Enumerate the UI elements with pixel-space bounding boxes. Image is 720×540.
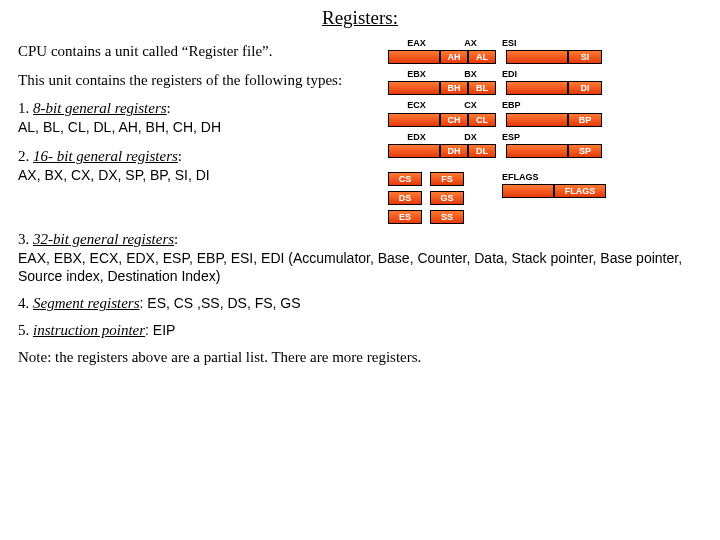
bar-esi-upper <box>506 50 568 64</box>
bar-dh: DH <box>440 144 468 158</box>
bar-di: DI <box>568 81 602 95</box>
lbl-esi: ESI <box>502 38 606 49</box>
section-1-body: AL, BL, CL, DL, AH, BH, CH, DH <box>18 119 221 135</box>
bar-edi-upper <box>506 81 568 95</box>
lbl-ax: AX <box>464 38 477 49</box>
bar-eflags-upper <box>502 184 554 198</box>
bar-si: SI <box>568 50 602 64</box>
reg-row-esi: ESI SI <box>502 38 606 64</box>
lbl-esp: ESP <box>502 132 606 143</box>
bar-ebx-upper <box>388 81 440 95</box>
section-4-body: : ES, CS ,SS, DS, FS, GS <box>140 295 301 311</box>
bar-dl: DL <box>468 144 496 158</box>
lbl-ecx: ECX <box>407 100 426 111</box>
lbl-edi: EDI <box>502 69 606 80</box>
diagram-column: EAXAX AH AL EBXBX BH BL EC <box>378 38 702 224</box>
section-2-body: AX, BX, CX, DX, SP, BP, SI, DI <box>18 167 210 183</box>
diagram-right-col: ESI SI EDI DI EBP BP ESP SP EFLAGS <box>502 38 606 224</box>
section-4: 4. Segment registers: ES, CS ,SS, DS, FS… <box>18 294 702 313</box>
lbl-dx: DX <box>464 132 477 143</box>
bar-esp-upper <box>506 144 568 158</box>
bar-ecx-upper <box>388 113 440 127</box>
seg-row-1: CS FS <box>388 172 496 186</box>
section-3-num: 3. <box>18 231 33 247</box>
top-region: CPU contains a unit called “Register fil… <box>18 38 702 224</box>
lbl-ebx: EBX <box>407 69 426 80</box>
reg-row-ebp: EBP BP <box>502 100 606 126</box>
seg-ds: DS <box>388 191 422 205</box>
intro-1: CPU contains a unit called “Register fil… <box>18 42 378 61</box>
section-3: 3. 32-bit general registers: EAX, EBX, E… <box>18 230 702 286</box>
lbl-bx: BX <box>464 69 477 80</box>
section-2-num: 2. <box>18 148 33 164</box>
bar-flags: FLAGS <box>554 184 606 198</box>
diagram-left-col: EAXAX AH AL EBXBX BH BL EC <box>388 38 496 224</box>
section-2-head: 16- bit general registers <box>33 148 178 164</box>
bar-bp: BP <box>568 113 602 127</box>
bar-ah: AH <box>440 50 468 64</box>
section-2: 2. 16- bit general registers: AX, BX, CX… <box>18 147 378 185</box>
bar-ebp-upper <box>506 113 568 127</box>
section-3-body: EAX, EBX, ECX, EDX, ESP, EBP, ESI, EDI (… <box>18 250 682 285</box>
section-4-num: 4. <box>18 295 33 311</box>
section-3-head: 32-bit general registers <box>33 231 174 247</box>
reg-row-eflags: EFLAGS FLAGS <box>502 172 606 198</box>
bar-bl: BL <box>468 81 496 95</box>
text-column: CPU contains a unit called “Register fil… <box>18 38 378 195</box>
reg-row-ebx: EBXBX BH BL <box>388 69 496 95</box>
seg-ss: SS <box>430 210 464 224</box>
reg-row-ecx: ECXCX CH CL <box>388 100 496 126</box>
bar-edx-upper <box>388 144 440 158</box>
lbl-ebp: EBP <box>502 100 606 111</box>
section-5-num: 5. <box>18 322 33 338</box>
reg-row-eax: EAXAX AH AL <box>388 38 496 64</box>
register-diagram: EAXAX AH AL EBXBX BH BL EC <box>388 38 702 224</box>
bar-cl: CL <box>468 113 496 127</box>
bar-bh: BH <box>440 81 468 95</box>
bar-sp: SP <box>568 144 602 158</box>
lbl-cx: CX <box>464 100 477 111</box>
reg-row-edx: EDXDX DH DL <box>388 132 496 158</box>
section-5-head: instruction pointer <box>33 322 145 338</box>
seg-row-3: ES SS <box>388 210 496 224</box>
seg-row-2: DS GS <box>388 191 496 205</box>
intro-2: This unit contains the registers of the … <box>18 71 378 90</box>
section-5-body: : EIP <box>145 322 175 338</box>
reg-row-esp: ESP SP <box>502 132 606 158</box>
seg-cs: CS <box>388 172 422 186</box>
section-1: 1. 8-bit general registers: AL, BL, CL, … <box>18 99 378 137</box>
reg-row-edi: EDI DI <box>502 69 606 95</box>
lbl-eax: EAX <box>407 38 426 49</box>
seg-es: ES <box>388 210 422 224</box>
note: Note: the registers above are a partial … <box>18 348 702 367</box>
bar-ch: CH <box>440 113 468 127</box>
section-5: 5. instruction pointer: EIP <box>18 321 702 340</box>
lbl-edx: EDX <box>407 132 426 143</box>
seg-fs: FS <box>430 172 464 186</box>
seg-gs: GS <box>430 191 464 205</box>
bar-eax-upper <box>388 50 440 64</box>
section-1-head: 8-bit general registers <box>33 100 167 116</box>
lbl-eflags: EFLAGS <box>502 172 606 183</box>
section-1-num: 1. <box>18 100 33 116</box>
section-4-head: Segment registers <box>33 295 140 311</box>
page-title: Registers: <box>18 6 702 30</box>
bar-al: AL <box>468 50 496 64</box>
